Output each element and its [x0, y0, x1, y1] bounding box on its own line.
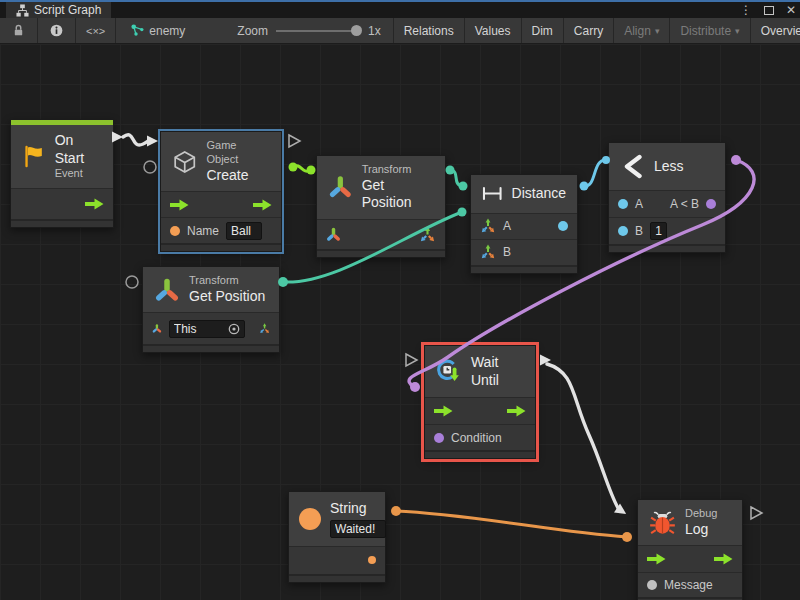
node-get-position-bottom[interactable]: Transform Get Position	[142, 266, 280, 353]
input-port-b[interactable]	[618, 226, 628, 236]
node-title: Get Position	[189, 288, 265, 306]
lock-button[interactable]	[0, 18, 38, 43]
node-string-literal[interactable]: String	[288, 491, 386, 583]
vector3-input-port-a[interactable]	[480, 218, 496, 234]
port-label: Message	[664, 578, 713, 592]
wire-distance-to-less	[584, 160, 606, 186]
unconnected-control-port	[289, 135, 300, 147]
target-field[interactable]	[169, 320, 245, 338]
node-footer	[161, 243, 281, 251]
node-title: Wait Until	[471, 354, 524, 389]
node-get-position-top[interactable]: Transform Get Position	[316, 155, 446, 258]
control-output-port[interactable]	[507, 405, 526, 417]
vector3-input-port-b[interactable]	[480, 244, 496, 260]
info-icon	[50, 24, 63, 37]
port-label: B	[635, 224, 643, 238]
string-value-input[interactable]	[330, 520, 386, 538]
transform-icon	[328, 174, 353, 200]
condition-input-port[interactable]	[434, 433, 444, 443]
vector3-output-port[interactable]	[259, 320, 270, 337]
align-dropdown[interactable]: Align▾	[614, 18, 670, 43]
node-distance[interactable]: Distance A B	[470, 174, 578, 274]
node-footer	[317, 249, 445, 257]
node-title: Less	[654, 158, 684, 176]
control-input-port[interactable]	[647, 553, 666, 565]
distribute-dropdown[interactable]: Distribute▾	[670, 18, 750, 43]
string-output-port[interactable]	[368, 556, 376, 564]
node-title: String	[330, 500, 386, 518]
output-label: A < B	[670, 197, 699, 211]
control-output-port[interactable]	[253, 199, 272, 211]
node-on-start-event[interactable]: On Start Event	[10, 119, 114, 228]
unity-script-graph-window: Script Graph ⋮ ✕ <×> enemy Zoom 1x Relat…	[0, 0, 800, 600]
zoom-slider-handle[interactable]	[351, 25, 362, 36]
node-wait-until[interactable]: Wait Until Condition	[424, 345, 536, 459]
graph-toolbar: <×> enemy Zoom 1x Relations Values Dim C…	[0, 18, 800, 44]
b-value-input[interactable]	[650, 222, 667, 240]
port-label: Name	[187, 224, 219, 238]
object-picker-icon[interactable]	[228, 323, 240, 335]
node-footer	[609, 244, 725, 252]
menu-icon[interactable]: ⋮	[740, 3, 752, 17]
node-footer	[289, 574, 385, 582]
wire-arrowhead	[614, 503, 629, 518]
wire-getposition-top-to-distance-a	[450, 170, 463, 186]
float-output-port[interactable]	[558, 221, 568, 231]
node-category: Transform	[362, 163, 434, 177]
zoom-slider[interactable]	[276, 30, 360, 32]
unconnected-control-port	[406, 354, 417, 366]
node-category: Transform	[189, 274, 265, 288]
relations-button[interactable]: Relations	[394, 18, 465, 43]
transform-icon	[154, 277, 180, 303]
input-port-a[interactable]	[618, 199, 628, 209]
node-category: Debug	[685, 507, 717, 521]
name-input[interactable]	[226, 222, 262, 240]
control-output-port[interactable]	[85, 198, 104, 210]
node-create-game-object[interactable]: Game Object Create Name	[160, 131, 282, 252]
control-input-port[interactable]	[434, 405, 453, 417]
wire-create-to-getposition	[293, 166, 311, 171]
info-button[interactable]	[38, 18, 76, 43]
chevron-down-icon: ▾	[735, 26, 740, 36]
node-title: Create	[206, 167, 270, 185]
string-input-port[interactable]	[170, 226, 180, 236]
maximize-icon[interactable]	[764, 6, 774, 15]
message-input-port[interactable]	[647, 580, 657, 590]
control-output-port[interactable]	[714, 553, 733, 565]
code-preview-button[interactable]: <×>	[76, 18, 116, 43]
wire-onstart-to-create	[123, 135, 148, 145]
bool-output-port[interactable]	[706, 199, 716, 209]
control-input-port[interactable]	[170, 199, 189, 211]
vector3-output-port[interactable]	[419, 226, 436, 243]
node-title: Log	[685, 521, 717, 539]
port-label: A	[503, 219, 511, 233]
transform-input-port[interactable]	[326, 227, 341, 242]
tab-script-graph[interactable]: Script Graph	[6, 2, 111, 18]
tab-title: Script Graph	[34, 3, 101, 17]
dim-button[interactable]: Dim	[522, 18, 564, 43]
values-button[interactable]: Values	[465, 18, 522, 43]
node-debug-log[interactable]: Debug Log Message	[637, 499, 743, 600]
node-subtitle: Event	[55, 167, 102, 181]
node-footer	[471, 265, 577, 273]
clock-icon	[436, 357, 462, 386]
lock-icon	[12, 24, 25, 37]
graph-name: enemy	[149, 24, 185, 38]
node-title: On Start	[55, 132, 102, 167]
cube-icon	[172, 149, 197, 175]
node-graph-icon	[130, 23, 145, 38]
port-label: B	[503, 245, 511, 259]
node-less[interactable]: Less A A < B B	[608, 142, 726, 253]
node-footer	[11, 219, 113, 227]
wire-arrowhead	[147, 136, 158, 147]
node-footer	[143, 344, 279, 352]
close-icon[interactable]: ✕	[786, 3, 796, 17]
carry-button[interactable]: Carry	[564, 18, 614, 43]
overview-button[interactable]: Overview	[751, 18, 800, 43]
target-input[interactable]	[174, 322, 224, 336]
transform-input-port[interactable]	[152, 321, 162, 336]
graph-breadcrumb[interactable]: enemy	[116, 18, 199, 43]
chevron-down-icon: ▾	[655, 26, 660, 36]
graph-canvas[interactable]: On Start Event Game Object Create	[0, 44, 800, 600]
bug-icon	[649, 509, 676, 536]
